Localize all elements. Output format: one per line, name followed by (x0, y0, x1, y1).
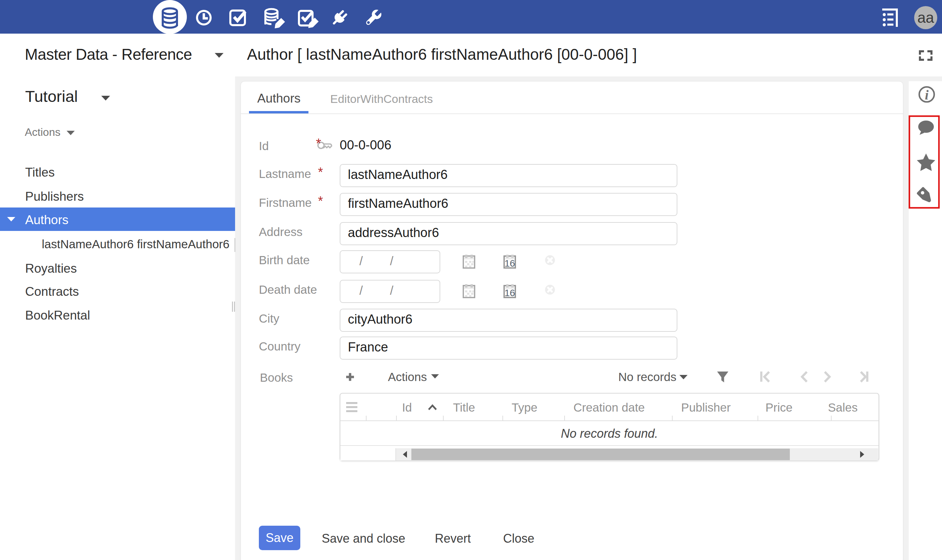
svg-text:i: i (925, 87, 928, 103)
svg-text:16: 16 (505, 258, 515, 269)
svg-text:16: 16 (505, 288, 515, 298)
svg-text:aa: aa (917, 9, 934, 26)
svg-text:*: * (316, 136, 322, 151)
